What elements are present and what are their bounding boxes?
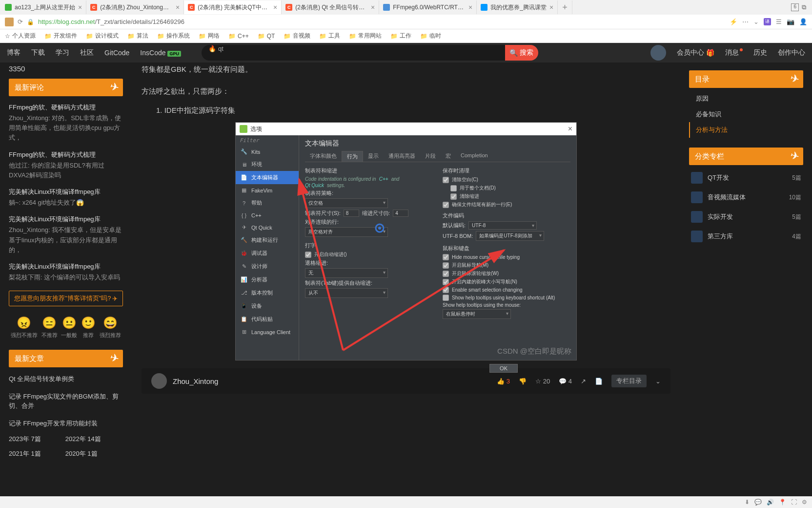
status-icon[interactable]: ⛶ [791, 499, 797, 506]
share-button[interactable]: ↗ [581, 378, 586, 385]
archive-link[interactable]: 2022年 14篇 [65, 435, 101, 444]
category-item[interactable]: 实际开发5篇 [689, 207, 803, 227]
toc-item-active[interactable]: 分析与方法 [689, 122, 803, 138]
close-icon[interactable]: × [468, 3, 472, 11]
bookmark-item[interactable]: 📁C++ [228, 33, 249, 40]
extensions-icon[interactable]: ⧉ [802, 3, 806, 11]
bookmark-item[interactable]: 📁常用网站 [349, 32, 382, 40]
close-icon[interactable]: × [549, 3, 553, 11]
dislike-button[interactable]: 👎 [519, 378, 527, 385]
more-icon[interactable]: ⋯ [742, 18, 749, 25]
nav-inscode[interactable]: InsCode GPU [140, 49, 181, 57]
tab-csdn-qt[interactable]: C(2条消息) Qt 全局信号转发类× [282, 0, 379, 14]
bookmark-item[interactable]: 📁操作系统 [157, 32, 190, 40]
comment-item[interactable]: FFmpeg的软、硬解码方式梳理Zhou_Xintong: 对的。SDL非常成熟… [9, 99, 123, 147]
menu-icon[interactable]: ☰ [776, 18, 782, 25]
folder-icon: 📁 [258, 33, 265, 40]
tab-ffmpeg[interactable]: FFmpeg6.0/WebRTC/RTMP× [379, 0, 477, 14]
folder-icon: 📁 [157, 33, 164, 40]
category-item[interactable]: 音视频流媒体10篇 [689, 188, 803, 207]
status-icon[interactable]: 📍 [779, 499, 786, 506]
toc-item[interactable]: 原因 [689, 91, 803, 106]
emoji-rating[interactable]: 😑不推荐 [41, 316, 58, 339]
status-icon[interactable]: ⬇ [745, 499, 750, 506]
emoji-rating[interactable]: 😠强烈不推荐 [11, 316, 38, 339]
post-link[interactable]: 记录 FFmpeg开发常用功能封装 [9, 415, 123, 432]
author-avatar[interactable] [151, 373, 167, 389]
bookmark-item[interactable]: 📁开发组件 [44, 32, 77, 40]
toc-item[interactable]: 必备知识 [689, 106, 803, 122]
recommend-box[interactable]: 您愿意向朋友推荐"博客详情页"吗?✈ [9, 291, 123, 306]
emoji-rating[interactable]: 😐一般般 [61, 316, 77, 339]
bookmark-item[interactable]: 📁工作 [390, 32, 411, 40]
translate-badge[interactable]: 译 [764, 18, 771, 25]
status-icon[interactable]: 💬 [754, 499, 762, 506]
archive-link[interactable]: 2020年 1篇 [65, 449, 98, 458]
nav-vip[interactable]: 会员中心🎁 [677, 48, 714, 57]
tab-counter[interactable]: 6 [791, 3, 799, 11]
like-button[interactable]: 👍 3 [497, 378, 510, 385]
column-toc-button[interactable]: 专栏目录 [611, 375, 647, 387]
bookmark-item[interactable]: 📁算法 [127, 32, 148, 40]
nav-learn[interactable]: 学习 [56, 48, 69, 57]
comment-item[interactable]: 完美解决Linux环境编译ffmpeg库Zhou_Xintong: 我不懂安卓，… [9, 211, 123, 258]
url-text[interactable]: https://blog.csdn.net/T_zxt/article/deta… [38, 18, 726, 25]
bookmark-item[interactable]: ☆个人资源 [5, 32, 36, 40]
author-name[interactable]: Zhou_Xintong [173, 377, 218, 385]
comment-item[interactable]: 完美解决Linux环境编译ffmpeg库躺~: x264 git地址失效了😱 [9, 184, 123, 211]
user-avatar[interactable] [650, 45, 666, 61]
close-icon[interactable]: × [371, 3, 375, 11]
nav-community[interactable]: 社区 [80, 48, 94, 57]
close-icon[interactable]: × [273, 3, 277, 11]
category-item[interactable]: QT开发5篇 [689, 168, 803, 188]
tab-tencent[interactable]: 我的优惠券_腾讯课堂× [477, 0, 558, 14]
search-input[interactable]: 🔥qt [202, 45, 505, 61]
panel-heading: 文本编辑器 [305, 139, 570, 148]
refresh-icon[interactable]: ⟳ [18, 18, 23, 25]
archive-link[interactable]: 2023年 7篇 [9, 435, 41, 444]
comment-item[interactable]: 完美解决Linux环境编译ffmpeg库梨花枝下雨: 这个编译的可以导入安卓吗 [9, 258, 123, 286]
flash-icon[interactable]: ⚡ [730, 18, 737, 25]
tab-csdn-article[interactable]: C(2条消息) 完美解决QT中文乱× [184, 0, 282, 14]
chevron-down-icon[interactable]: ⌄ [655, 378, 661, 385]
nav-blog[interactable]: 博客 [7, 48, 20, 57]
gift-icon: 🎁 [706, 49, 714, 57]
camera-icon[interactable]: 📷 [787, 18, 794, 25]
comment-button[interactable]: 💬 4 [559, 378, 572, 385]
archive-link[interactable]: 2021年 1篇 [9, 449, 41, 458]
comment-item[interactable]: FFmpeg的软、硬解码方式梳理他过江: 你的渲染是用SDL?有用过DXVA2解… [9, 147, 123, 184]
pdf-button[interactable]: 📄 [595, 378, 603, 385]
post-link[interactable]: Qt 全局信号转发单例类 [9, 370, 123, 388]
qt-side-item: ?帮助 [236, 196, 299, 210]
nav-download[interactable]: 下载 [31, 48, 45, 57]
nav-history[interactable]: 历史 [753, 48, 767, 57]
bookmark-item[interactable]: 📁设计模式 [86, 32, 119, 40]
star-button[interactable]: ☆ 20 [535, 378, 550, 385]
nav-gitcode[interactable]: GitCode [104, 49, 129, 57]
status-icon[interactable]: 🔊 [767, 499, 774, 506]
qt-side-item: 🐞调试器 [236, 247, 299, 260]
close-icon[interactable]: × [176, 3, 180, 11]
status-icon[interactable]: ⚙ [802, 499, 807, 506]
close-icon[interactable]: × [78, 3, 82, 11]
emoji-rating[interactable]: 🙂推荐 [81, 316, 96, 339]
bookmark-item[interactable]: 📁临时 [420, 32, 441, 40]
plane-icon: ✈ [112, 295, 118, 302]
bookmark-item[interactable]: 📁网络 [199, 32, 220, 40]
category-item[interactable]: 第三方库4篇 [689, 227, 803, 246]
bookmark-item[interactable]: 📁音视频 [284, 32, 310, 40]
qt-side-item: ✎设计师 [236, 260, 299, 273]
new-tab-button[interactable]: + [558, 0, 572, 14]
profile-icon[interactable]: 👤 [799, 18, 807, 25]
tab-csdn-profile[interactable]: C(2条消息) Zhou_Xintong的博× [86, 0, 184, 14]
briefcase-icon[interactable] [5, 18, 14, 26]
nav-create[interactable]: 创作中心 [778, 48, 805, 57]
post-link[interactable]: 记录 FFmpeg实现文件的BGM添加、剪切、合并 [9, 388, 123, 415]
search-button[interactable]: 🔍 搜索 [505, 45, 538, 61]
bookmark-item[interactable]: 📁工具 [319, 32, 340, 40]
chevron-down-icon[interactable]: ⌄ [753, 18, 759, 25]
nav-messages[interactable]: 消息 [725, 48, 743, 57]
tab-hao123[interactable]: ao123_上网从这里开始× [1, 0, 86, 14]
bookmark-item[interactable]: 📁QT [258, 33, 275, 40]
emoji-rating[interactable]: 😄强烈推荐 [100, 316, 121, 339]
